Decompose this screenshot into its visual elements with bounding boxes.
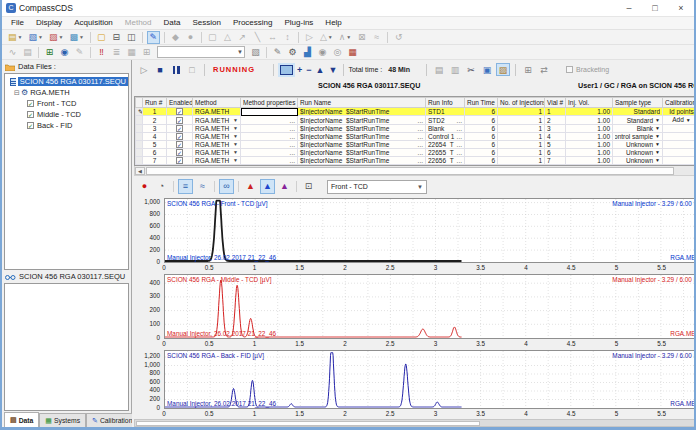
plot-area[interactable]: SCION 456 RGA - Back - FID [µV]Manual In…	[164, 350, 696, 409]
cell-sample-type[interactable]: Unknown▼	[613, 157, 663, 165]
cell-sample-type[interactable]: Unknown▼	[613, 141, 663, 149]
close-button[interactable]: ×	[668, 0, 694, 16]
column-header[interactable]	[136, 98, 143, 108]
cell-method[interactable]: RGA.METH▼	[193, 116, 241, 125]
cell-calibration[interactable]	[663, 133, 696, 141]
plot-area[interactable]: SCION 456 RGA - Front - TCD [µV]Manual I…	[164, 198, 696, 263]
zoom-in-button[interactable]: +	[297, 64, 302, 76]
stacked-view-button[interactable]: ≡	[178, 179, 193, 194]
cell-enabled[interactable]: ✓	[167, 141, 193, 149]
grid-button[interactable]: ⊞	[140, 46, 153, 59]
ellipsis-button[interactable]: ...	[290, 141, 295, 148]
menu-session[interactable]: Session	[186, 17, 226, 29]
cell-calibration[interactable]	[663, 141, 696, 149]
enabled-checkbox[interactable]: ✓	[176, 157, 183, 164]
column-header[interactable]: Sample type	[613, 98, 663, 108]
new-file-button[interactable]: ▤▼	[6, 31, 24, 44]
plots-hscrollbar[interactable]	[134, 419, 696, 427]
start-button[interactable]: ▷	[137, 63, 151, 76]
enabled-checkbox[interactable]: ✓	[176, 108, 183, 115]
cell-method-properties[interactable]: ...	[241, 141, 298, 149]
browse-command-button[interactable]: ▧	[249, 46, 262, 59]
cell-injections[interactable]: 1	[498, 157, 545, 165]
wrench-button[interactable]: ⚙	[286, 46, 299, 59]
cell-enabled[interactable]: ✓	[167, 157, 193, 165]
cell-run-name[interactable]: $InjectorName_$StartRunTime...	[298, 116, 426, 125]
cell-calibration[interactable]: Id points	[663, 108, 696, 116]
ellipsis-button[interactable]: ...	[457, 157, 462, 164]
print-preview-button[interactable]: ◫	[125, 31, 138, 44]
cell-vial[interactable]: 2	[545, 116, 566, 125]
overlay-view-button[interactable]: ≈	[195, 179, 210, 194]
ellipsis-button[interactable]: ...	[457, 125, 462, 132]
tab-calibration[interactable]: ✎Calibration	[86, 413, 138, 427]
cell-run-time[interactable]: 6	[465, 108, 498, 116]
column-header[interactable]: Enabled	[167, 98, 193, 108]
table-row[interactable]: 4✓RGA.METH▼...$InjectorName_$StartRunTim…	[136, 133, 696, 141]
bracketing-checkbox[interactable]	[566, 66, 573, 73]
enabled-checkbox[interactable]: ✓	[176, 117, 183, 124]
export-button[interactable]: ▩▼	[67, 31, 85, 44]
ellipsis-button[interactable]: ...	[457, 117, 462, 124]
table-row[interactable]: 5✓RGA.METH▼...$InjectorName_$StartRunTim…	[136, 141, 696, 149]
menu-display[interactable]: Display	[30, 17, 68, 29]
peak-label-tool[interactable]: △	[221, 31, 234, 44]
ellipsis-button[interactable]: ...	[418, 117, 423, 124]
cell-run-time[interactable]: 6	[465, 141, 498, 149]
results-view-button[interactable]: ▤	[21, 46, 34, 59]
menu-help[interactable]: Help	[319, 17, 347, 29]
table-row[interactable]: 3✓RGA.METH▼...$InjectorName_$StartRunTim…	[136, 125, 696, 133]
cell-run-name[interactable]: $InjectorName_$StartRunTime...	[298, 133, 426, 141]
cell-calibration[interactable]: Add▼	[663, 116, 696, 125]
cell-run-number[interactable]: 5	[143, 141, 167, 149]
pause-button[interactable]	[169, 63, 183, 76]
tree-item-sequence[interactable]: SCION 456 RGA 030117.SEQU	[5, 76, 128, 87]
calculator-button[interactable]: ▦	[346, 46, 359, 59]
pointer-tool[interactable]: ▷	[303, 31, 316, 44]
maximize-button[interactable]: □	[642, 0, 668, 16]
cell-injections[interactable]: 1	[498, 125, 545, 133]
peaks-red-button[interactable]: ▲	[243, 179, 258, 194]
manual-integration-tool[interactable]: △▼	[318, 31, 335, 44]
cell-injections[interactable]: 1	[498, 149, 545, 157]
cell-inj-vol[interactable]: 1.00	[566, 149, 613, 157]
cell-inj-vol[interactable]: 1.00	[566, 108, 613, 116]
cell-enabled[interactable]: ✓	[167, 108, 193, 116]
table-row[interactable]: 7✓RGA.METH▼...$InjectorName_$StartRunTim…	[136, 157, 696, 165]
cell-run-info[interactable]: 22655_T...	[426, 149, 465, 157]
cell-method-properties[interactable]: ...	[241, 125, 298, 133]
tab-systems[interactable]: ▦Systems	[39, 413, 86, 427]
plot-area[interactable]: SCION 456 RGA - Middle - TCD [µV]Manual …	[164, 274, 696, 339]
menu-file[interactable]: File	[5, 17, 30, 29]
menu-acquisition[interactable]: Acquisition	[68, 17, 119, 29]
peaks-mixed-button[interactable]: ▲	[277, 179, 292, 194]
cell-run-name[interactable]: $InjectorName_$StartRunTime...	[298, 149, 426, 157]
minimize-button[interactable]: –	[616, 0, 642, 16]
ellipsis-button[interactable]: ...	[290, 133, 295, 140]
cell-run-info[interactable]: 22654_T...	[426, 141, 465, 149]
cell-run-time[interactable]: 6	[465, 116, 498, 125]
slope-tool[interactable]: ╲	[251, 31, 264, 44]
cell-vial[interactable]: 6	[545, 149, 566, 157]
cell-vial[interactable]: 7	[545, 157, 566, 165]
find-button[interactable]: ◉	[58, 46, 71, 59]
enabled-checkbox[interactable]: ✓	[176, 125, 183, 132]
cell-run-time[interactable]: 6	[465, 125, 498, 133]
undo-button[interactable]: ↺	[392, 31, 405, 44]
cell-run-name[interactable]: $InjectorName_$StartRunTime...	[298, 141, 426, 149]
copy-button[interactable]: ▣	[480, 63, 494, 76]
cell-method-properties[interactable]	[241, 108, 298, 116]
cell-run-info[interactable]: STD2...	[426, 116, 465, 125]
cell-run-name[interactable]: $InjectorName_$StartRunTime...	[298, 125, 426, 133]
cell-inj-vol[interactable]: 1.00	[566, 133, 613, 141]
table-row[interactable]: 6✓RGA.METH▼...$InjectorName_$StartRunTim…	[136, 149, 696, 157]
edit-pen-button[interactable]: ✎	[147, 31, 160, 44]
row-selector[interactable]: ✎	[136, 108, 143, 116]
method-label[interactable]: RGA.METH	[30, 88, 70, 97]
paste-button[interactable]: ▨	[496, 63, 510, 76]
stop-button[interactable]: ■	[153, 63, 167, 76]
cell-run-number[interactable]: 1	[143, 108, 167, 116]
tree-item-channel[interactable]: ✓Middle - TCD	[5, 109, 128, 120]
cell-inj-vol[interactable]: 1.00	[566, 116, 613, 125]
cell-run-info[interactable]: STD1	[426, 108, 465, 116]
